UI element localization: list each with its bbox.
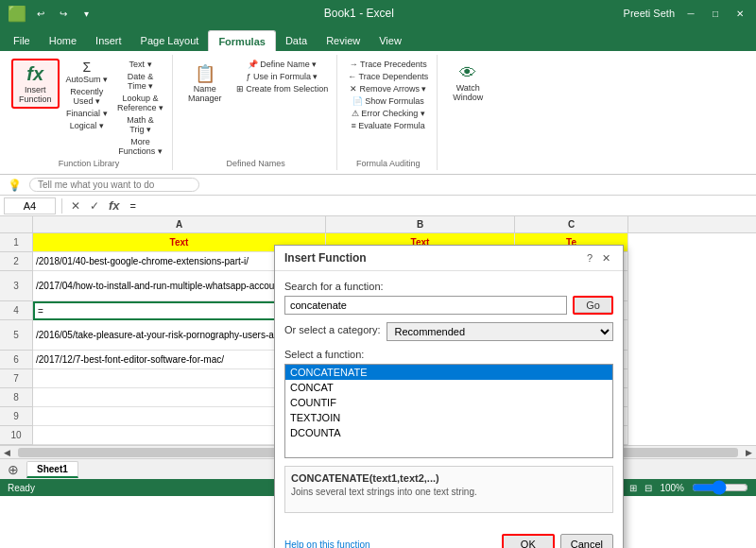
- tab-page-layout[interactable]: Page Layout: [131, 30, 209, 51]
- list-item[interactable]: CONCAT: [285, 380, 612, 395]
- go-button[interactable]: Go: [573, 296, 613, 315]
- name-manager-icon: 📋: [195, 63, 215, 84]
- insert-function-formula-icon[interactable]: fx: [106, 198, 123, 213]
- cancel-formula-icon[interactable]: ✕: [68, 199, 83, 213]
- dialog-title-bar: Insert Function ? ✕: [275, 246, 623, 271]
- function-search-input[interactable]: [284, 296, 567, 315]
- sheet-area: A B C 1 Text Text Te 2 /2018/01/40-best-…: [0, 216, 756, 458]
- dialog-close-btn[interactable]: ✕: [599, 252, 613, 265]
- show-formulas-btn[interactable]: 📄 Show Formulas: [345, 95, 431, 107]
- list-item[interactable]: COUNTIF: [285, 395, 612, 410]
- list-item[interactable]: CONCATENATE: [285, 365, 612, 380]
- insert-function-icon: fx: [26, 63, 43, 85]
- close-btn[interactable]: ✕: [731, 5, 748, 22]
- insert-function-btn[interactable]: fx InsertFunction: [11, 59, 60, 109]
- user-name: Preeti Seth: [624, 8, 675, 19]
- logical-btn[interactable]: Logical ▾: [63, 120, 112, 131]
- view-pagebreak-icon[interactable]: ⊟: [644, 483, 652, 493]
- undo-btn[interactable]: ↩: [32, 5, 49, 22]
- name-manager-label: NameManager: [188, 84, 222, 103]
- more-functions-btn[interactable]: MoreFunctions ▾: [114, 136, 166, 157]
- lookup-btn[interactable]: Lookup &Reference ▾: [114, 93, 166, 113]
- watch-window-icon: 👁: [459, 63, 476, 83]
- watch-window-label: WatchWindow: [453, 83, 483, 102]
- category-label: Or select a category:: [284, 324, 381, 335]
- remove-arrows-btn[interactable]: ✕ Remove Arrows ▾: [345, 83, 431, 94]
- function-library-label: Function Library: [59, 159, 120, 168]
- search-row: Go: [284, 296, 613, 315]
- category-select[interactable]: Recommended All Most Recently Used Text …: [387, 322, 614, 341]
- formula-auditing-label: Formula Auditing: [356, 159, 421, 168]
- dialog-help-btn[interactable]: ?: [584, 252, 595, 265]
- recently-used-btn[interactable]: RecentlyUsed ▾: [63, 86, 112, 107]
- formula-input[interactable]: [127, 200, 752, 212]
- insert-function-dialog: Insert Function ? ✕ Search for a functio…: [274, 245, 624, 548]
- function-description: Joins several text strings into one text…: [291, 487, 607, 497]
- window-title: Book1 - Excel: [94, 7, 624, 20]
- tell-me-input[interactable]: [29, 178, 199, 192]
- formula-divider: [61, 198, 62, 214]
- function-list[interactable]: CONCATENATE CONCAT COUNTIF TEXTJOIN DCOU…: [284, 364, 613, 458]
- search-label: Search for a function:: [284, 281, 613, 292]
- watch-window-btn[interactable]: 👁 WatchWindow: [445, 59, 490, 107]
- add-sheet-btn[interactable]: ⊕: [4, 462, 23, 477]
- excel-logo-icon: 🟩: [8, 5, 26, 23]
- trace-precedents-btn[interactable]: → Trace Precedents: [345, 59, 431, 70]
- function-description-area: CONCATENATE(text1,text2,...) Joins sever…: [284, 466, 613, 513]
- formula-bar: ✕ ✓ fx: [0, 196, 756, 216]
- zoom-slider[interactable]: [692, 480, 748, 495]
- tab-view[interactable]: View: [369, 30, 411, 51]
- title-bar: 🟩 ↩ ↪ ▾ Book1 - Excel Preeti Seth ─ □ ✕: [0, 0, 756, 26]
- view-layout-icon[interactable]: ⊞: [629, 483, 637, 493]
- zoom-level: 100%: [660, 483, 684, 493]
- list-item[interactable]: TEXTJOIN: [285, 410, 612, 425]
- insert-function-label: InsertFunction: [19, 85, 52, 104]
- function-signature: CONCATENATE(text1,text2,...): [291, 472, 607, 484]
- quick-access-toolbar: 🟩 ↩ ↪ ▾: [8, 5, 94, 23]
- autosum-btn[interactable]: ΣAutoSum ▾: [63, 59, 112, 85]
- maximize-btn[interactable]: □: [707, 5, 724, 22]
- dialog-body: Search for a function: Go Or select a ca…: [275, 271, 623, 530]
- tab-data[interactable]: Data: [276, 30, 317, 51]
- function-library-group: fx InsertFunction ΣAutoSum ▾ RecentlyUse…: [6, 55, 173, 170]
- list-item[interactable]: DCOUNTA: [285, 425, 612, 440]
- dialog-overlay: Insert Function ? ✕ Search for a functio…: [0, 216, 756, 458]
- define-name-btn[interactable]: 📌 Define Name ▾: [233, 59, 332, 70]
- confirm-formula-icon[interactable]: ✓: [87, 199, 102, 213]
- ribbon-content: fx InsertFunction ΣAutoSum ▾ RecentlyUse…: [0, 51, 756, 175]
- lightbulb-icon: 💡: [8, 179, 22, 192]
- cancel-button[interactable]: Cancel: [560, 534, 613, 548]
- name-manager-btn[interactable]: 📋 NameManager: [180, 59, 230, 108]
- trace-dependents-btn[interactable]: ← Trace Dependents: [345, 71, 431, 82]
- dialog-footer-buttons: OK Cancel: [502, 534, 613, 548]
- dialog-controls: ? ✕: [584, 252, 613, 265]
- financial-btn[interactable]: Financial ▾: [63, 108, 112, 119]
- tab-file[interactable]: File: [4, 30, 40, 51]
- help-link[interactable]: Help on this function: [284, 539, 370, 549]
- dialog-title: Insert Function: [284, 251, 367, 265]
- minimize-btn[interactable]: ─: [682, 5, 699, 22]
- customize-quick-access-btn[interactable]: ▾: [77, 5, 94, 22]
- defined-names-label: Defined Names: [227, 159, 285, 168]
- sheet-tab-sheet1[interactable]: Sheet1: [26, 461, 78, 478]
- tab-insert[interactable]: Insert: [86, 30, 131, 51]
- select-function-label: Select a function:: [284, 349, 613, 360]
- formula-auditing-group: → Trace Precedents ← Trace Dependents ✕ …: [339, 55, 438, 170]
- create-from-selection-btn[interactable]: ⊞ Create from Selection: [233, 83, 332, 94]
- tab-home[interactable]: Home: [40, 30, 86, 51]
- ok-button[interactable]: OK: [502, 534, 555, 548]
- ribbon-tabs: File Home Insert Page Layout Formulas Da…: [0, 26, 756, 51]
- error-checking-btn[interactable]: ⚠ Error Checking ▾: [345, 108, 431, 119]
- tab-formulas[interactable]: Formulas: [208, 30, 276, 51]
- math-trig-btn[interactable]: Math &Trig ▾: [114, 114, 166, 135]
- status-text: Ready: [8, 483, 35, 493]
- datetime-btn[interactable]: Date &Time ▾: [114, 71, 166, 92]
- evaluate-formula-btn[interactable]: ≡ Evaluate Formula: [345, 120, 431, 131]
- text-btn[interactable]: Text ▾: [114, 59, 166, 70]
- redo-btn[interactable]: ↪: [55, 5, 72, 22]
- calculation-group: 👁 WatchWindow: [439, 55, 496, 170]
- use-in-formula-btn[interactable]: ƒ Use in Formula ▾: [233, 71, 332, 82]
- tab-review[interactable]: Review: [317, 30, 369, 51]
- name-box[interactable]: [4, 197, 56, 214]
- defined-names-group: 📋 NameManager 📌 Define Name ▾ ƒ Use in F…: [175, 55, 337, 170]
